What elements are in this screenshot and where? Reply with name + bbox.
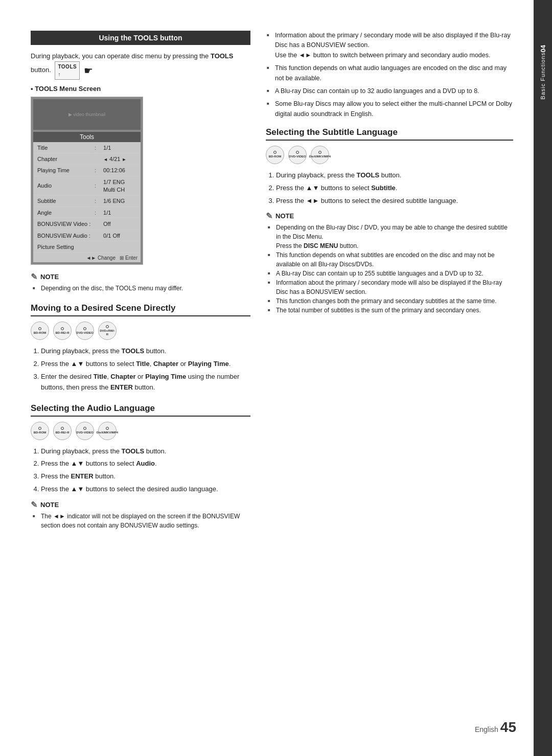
list-item: Enter the desired Title, Chapter or Play… bbox=[41, 372, 250, 393]
list-item: Press the ENTER button. bbox=[41, 471, 250, 482]
disc-badge-divx: DivX/MKV/MP4 bbox=[98, 422, 117, 440]
tools-bold: TOOLS bbox=[211, 52, 234, 60]
table-row: Title : 1/1 bbox=[34, 143, 140, 153]
moving-scene-steps: During playback, press the TOOLS button.… bbox=[31, 346, 250, 393]
english-label: English bbox=[475, 725, 498, 734]
note-pen-icon-2: ✎ bbox=[31, 500, 37, 510]
tools-menu-footer: ◄► Change ⊞ Enter bbox=[33, 254, 141, 262]
list-item: Press the ▲▼ buttons to select Subtitle. bbox=[276, 183, 513, 194]
intro-paragraph: During playback, you can operate disc me… bbox=[31, 51, 250, 80]
subtitle-note-label: ✎ NOTE bbox=[266, 211, 513, 221]
hand-cursor-icon: ☛ bbox=[84, 63, 93, 78]
table-row: BONUSVIEW Video : Off bbox=[34, 219, 140, 230]
tools-menu-title: Tools bbox=[33, 132, 141, 142]
disc-badge-dvd-rw: DVD+RW/-R bbox=[98, 322, 117, 340]
subtitle-language-section: Selecting the Subtitle Language BD-ROM D… bbox=[266, 127, 513, 315]
left-column: Using the TOOLS button During playback, … bbox=[31, 31, 250, 725]
subtitle-note-item-3: A Blu-ray Disc can contain up to 255 sub… bbox=[266, 269, 513, 278]
list-item: Press the ◄► buttons to select the desir… bbox=[276, 196, 513, 207]
right-column: Information about the primary / secondar… bbox=[266, 31, 513, 725]
disc-badge-dvd-video: DVD-VIDEO bbox=[76, 322, 94, 340]
audio-note-item-1: The ◄► indicator will not be displayed o… bbox=[31, 512, 250, 530]
table-row: Picture Setting bbox=[34, 242, 140, 253]
list-item: During playback, press the TOOLS button. bbox=[276, 170, 513, 181]
list-item: Information about the primary / secondar… bbox=[266, 31, 513, 60]
table-row: BONUSVIEW Audio : 0/1 Off bbox=[34, 231, 140, 241]
subtitle-note-item-1: Depending on the Blu-ray Disc / DVD, you… bbox=[266, 223, 513, 250]
using-tools-title: Using the TOOLS button bbox=[31, 31, 250, 45]
table-row: Subtitle : 1/6 ENG bbox=[34, 196, 140, 207]
tools-note-section: ✎ NOTE Depending on the disc, the TOOLS … bbox=[31, 272, 250, 293]
chapter-label: Basic Functions bbox=[540, 52, 546, 100]
list-item: During playback, press the TOOLS button. bbox=[41, 346, 250, 357]
tools-note-item-1: Depending on the disc, the TOOLS menu ma… bbox=[31, 284, 250, 293]
moving-scene-disc-badges: BD-ROM BD-RE/-R DVD-VIDEO DVD+RW/-R bbox=[31, 322, 250, 340]
intro-text-after: button. bbox=[31, 66, 51, 74]
list-item: A Blu-ray Disc can contain up to 32 audi… bbox=[266, 86, 513, 96]
subtitle-note-item-6: The total number of subtitles is the sum… bbox=[266, 306, 513, 315]
tools-menu-table: Title : 1/1 Chapter ◄ 4/21 ► bbox=[33, 142, 141, 254]
intro-text-before: During playback, you can operate disc me… bbox=[31, 52, 211, 60]
chapter-number: 04 bbox=[539, 45, 547, 52]
tools-note-label: ✎ NOTE bbox=[31, 272, 250, 282]
moving-scene-section: Moving to a Desired Scene Directly BD-RO… bbox=[31, 303, 250, 393]
using-tools-section: Using the TOOLS button During playback, … bbox=[31, 31, 250, 293]
subtitle-heading: Selecting the Subtitle Language bbox=[266, 127, 513, 141]
tools-menu-screen: ▶ video thumbnail Tools Title : 1/1 bbox=[31, 97, 143, 265]
table-row: Audio : 1/7 ENG Multi CH bbox=[34, 177, 140, 196]
note-pen-icon-3: ✎ bbox=[266, 211, 272, 221]
audio-note-label: ✎ NOTE bbox=[31, 500, 250, 510]
table-row: Angle : 1/1 bbox=[34, 208, 140, 218]
audio-language-disc-badges: BD-ROM BD-RE/-R DVD-VIDEO DivX/MKV/MP4 bbox=[31, 422, 250, 440]
disc-badge-bd-rom: BD-ROM bbox=[31, 322, 49, 340]
tools-button-icon: TOOLS↑ bbox=[55, 61, 80, 80]
disc-badge-bd-rom-2: BD-ROM bbox=[31, 422, 49, 440]
subtitle-note-section: ✎ NOTE Depending on the Blu-ray Disc / D… bbox=[266, 211, 513, 315]
subtitle-disc-badges: BD-ROM DVD-VIDEO DivX/MKV/MP4 bbox=[266, 146, 513, 164]
list-item: During playback, press the TOOLS button. bbox=[41, 446, 250, 457]
audio-bullet-list: Information about the primary / secondar… bbox=[266, 31, 513, 119]
moving-scene-heading: Moving to a Desired Scene Directly bbox=[31, 303, 250, 316]
audio-language-section: Selecting the Audio Language BD-ROM BD-R… bbox=[31, 403, 250, 530]
subtitle-note-item-2: This function depends on what subtitles … bbox=[266, 250, 513, 269]
list-item: Press the ▲▼ buttons to select Audio. bbox=[41, 459, 250, 469]
list-item: Some Blu-ray Discs may allow you to sele… bbox=[266, 99, 513, 119]
disc-badge-bd-re-r: BD-RE/-R bbox=[53, 322, 72, 340]
tools-menu-label: • TOOLS Menu Screen bbox=[31, 85, 250, 93]
disc-badge-dvd-video-3: DVD-VIDEO bbox=[288, 146, 307, 164]
audio-language-heading: Selecting the Audio Language bbox=[31, 403, 250, 417]
table-row: Playing Time : 00:12:06 bbox=[34, 166, 140, 176]
subtitle-steps: During playback, press the TOOLS button.… bbox=[266, 170, 513, 206]
audio-language-steps: During playback, press the TOOLS button.… bbox=[31, 446, 250, 495]
note-pen-icon: ✎ bbox=[31, 272, 37, 282]
subtitle-note-item-4: Information about the primary / secondar… bbox=[266, 278, 513, 296]
table-row: Chapter ◄ 4/21 ► bbox=[34, 154, 140, 165]
audio-note-section: ✎ NOTE The ◄► indicator will not be disp… bbox=[31, 500, 250, 530]
list-item: Press the ▲▼ buttons to select Title, Ch… bbox=[41, 359, 250, 370]
page-number-area: English45 bbox=[475, 719, 516, 736]
page-num-display: 45 bbox=[500, 719, 516, 735]
chapter-sidebar: 04 Basic Functions bbox=[534, 0, 552, 756]
list-item: This function depends on what audio lang… bbox=[266, 63, 513, 83]
subtitle-note-item-5: This function changes both the primary a… bbox=[266, 296, 513, 306]
disc-badge-dvd-video-2: DVD-VIDEO bbox=[76, 422, 94, 440]
disc-badge-divx-2: DivX/MKV/MP4 bbox=[311, 146, 329, 164]
disc-badge-bd-re-r-2: BD-RE/-R bbox=[53, 422, 72, 440]
list-item: Press the ▲▼ buttons to select the desir… bbox=[41, 484, 250, 495]
disc-badge-bd-rom-3: BD-ROM bbox=[266, 146, 284, 164]
